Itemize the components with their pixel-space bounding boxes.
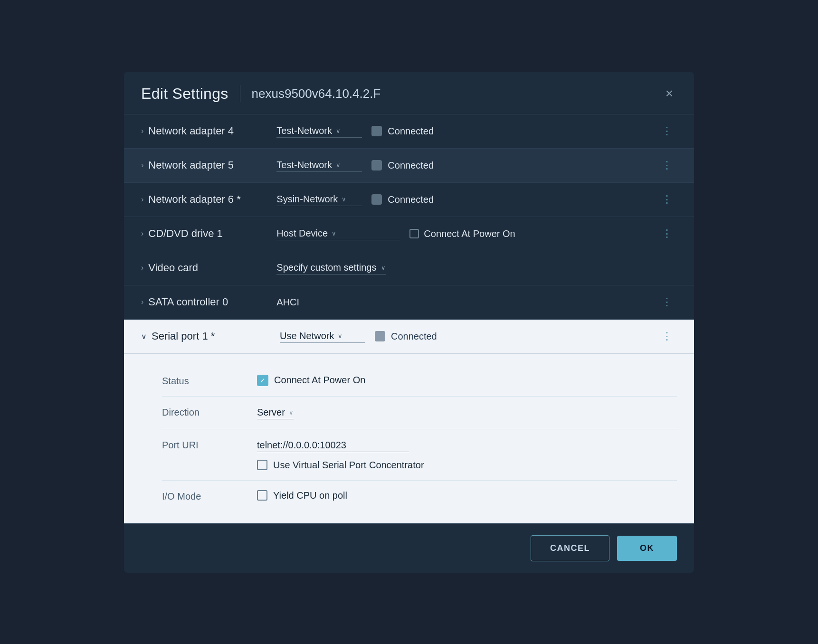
chevron-down-icon: ∨ — [338, 332, 342, 340]
serial-port-1-row[interactable]: ∨ Serial port 1 * Use Network ∨ Connecte… — [124, 320, 694, 354]
adapter-name: Network adapter 5 — [148, 159, 262, 171]
status-text: Connected — [388, 160, 434, 171]
status-dot — [371, 126, 382, 136]
row-controls: Host Device ∨ Connect At Power On — [276, 227, 658, 240]
more-options-button[interactable]: ⋮ — [658, 328, 677, 344]
chevron-down-icon: ∨ — [336, 127, 341, 134]
video-card-row[interactable]: › Video card Specify custom settings ∨ — [124, 251, 694, 285]
cddvd-drive-1-row[interactable]: › CD/DVD drive 1 Host Device ∨ Connect A… — [124, 217, 694, 251]
io-mode-detail-row: I/O Mode Yield CPU on poll — [162, 481, 677, 511]
io-mode-label: I/O Mode — [162, 490, 257, 502]
adapter-name: CD/DVD drive 1 — [148, 227, 262, 240]
settings-value: Specify custom settings — [276, 262, 376, 273]
row-controls: Specify custom settings ∨ — [276, 261, 677, 275]
status-dot — [371, 194, 382, 205]
connect-power-checkbox[interactable] — [409, 229, 419, 238]
more-options-button[interactable]: ⋮ — [658, 294, 677, 310]
io-mode-value: Yield CPU on poll — [257, 490, 347, 501]
status-indicator: Connected — [371, 160, 434, 171]
expand-chevron: › — [141, 298, 143, 306]
status-detail-row: Status ✓ Connect At Power On — [162, 365, 677, 397]
network-adapter-6-row[interactable]: › Network adapter 6 * Sysin-Network ∨ Co… — [124, 183, 694, 217]
use-network-select[interactable]: Use Network ∨ — [280, 330, 365, 343]
sata-controller-0-row[interactable]: › SATA controller 0 AHCI ⋮ — [124, 285, 694, 320]
row-controls: Sysin-Network ∨ Connected — [276, 193, 658, 206]
adapter-name: Network adapter 4 — [148, 125, 262, 137]
connect-power-label: Connect At Power On — [424, 228, 515, 239]
connect-at-power-on: Connect At Power On — [409, 228, 515, 239]
network-value: Use Network — [280, 331, 334, 341]
direction-label: Direction — [162, 406, 257, 418]
status-text: Connected — [391, 331, 437, 342]
cancel-button[interactable]: CANCEL — [531, 535, 609, 561]
checkmark-icon: ✓ — [260, 377, 266, 384]
status-label: Status — [162, 375, 257, 387]
row-controls: AHCI — [276, 297, 658, 308]
sata-value: AHCI — [276, 297, 299, 308]
serial-port-1-section: ∨ Serial port 1 * Use Network ∨ Connecte… — [124, 320, 694, 523]
direction-detail-row: Direction Server ∨ — [162, 397, 677, 429]
network-adapter-4-row[interactable]: › Network adapter 4 Test-Network ∨ Conne… — [124, 114, 694, 149]
dialog-footer: CANCEL OK — [124, 523, 694, 573]
edit-settings-dialog: Edit Settings nexus9500v64.10.4.2.F × › … — [124, 72, 694, 573]
chevron-down-icon: ∨ — [336, 161, 341, 169]
row-controls: Test-Network ∨ Connected — [276, 124, 658, 138]
expand-chevron: › — [141, 264, 143, 272]
dialog-body: › Network adapter 4 Test-Network ∨ Conne… — [124, 114, 694, 523]
virtual-concentrator-label: Use Virtual Serial Port Concentrator — [273, 460, 424, 471]
status-indicator: Connected — [375, 331, 437, 342]
port-uri-input[interactable] — [257, 439, 409, 452]
network-value: Test-Network — [276, 160, 332, 170]
chevron-down-icon: ∨ — [342, 196, 346, 203]
adapter-name: Video card — [148, 262, 262, 274]
title-divider — [240, 85, 240, 102]
adapter-name: SATA controller 0 — [148, 296, 262, 308]
status-text: Connected — [388, 194, 434, 205]
more-options-button[interactable]: ⋮ — [658, 226, 677, 242]
ok-button[interactable]: OK — [617, 536, 677, 561]
row-controls: Use Network ∨ Connected — [280, 330, 658, 343]
serial-port-1-details: Status ✓ Connect At Power On Direction S… — [124, 354, 694, 523]
status-dot — [371, 160, 382, 170]
chevron-down-icon: ∨ — [381, 264, 386, 271]
close-button[interactable]: × — [662, 85, 677, 102]
dialog-header: Edit Settings nexus9500v64.10.4.2.F × — [124, 72, 694, 114]
device-value: Host Device — [276, 228, 328, 239]
virtual-concentrator-checkbox[interactable] — [257, 460, 267, 470]
yield-cpu-checkbox[interactable] — [257, 490, 267, 501]
expand-chevron: › — [141, 229, 143, 238]
adapter-name: Network adapter 6 * — [148, 193, 262, 206]
network-select[interactable]: Test-Network ∨ — [276, 159, 362, 172]
connect-power-label: Connect At Power On — [274, 375, 365, 386]
dialog-title: Edit Settings — [141, 85, 228, 103]
direction-value: Server ∨ — [257, 406, 294, 419]
network-adapter-5-row[interactable]: › Network adapter 5 Test-Network ∨ Conne… — [124, 149, 694, 183]
row-controls: Test-Network ∨ Connected — [276, 159, 658, 172]
expand-chevron: › — [141, 195, 143, 204]
connect-power-checkbox-checked[interactable]: ✓ — [257, 375, 268, 386]
adapter-name: Serial port 1 * — [152, 330, 266, 342]
more-options-button[interactable]: ⋮ — [658, 191, 677, 208]
more-options-button[interactable]: ⋮ — [658, 123, 677, 139]
status-text: Connected — [388, 126, 434, 137]
chevron-down-icon: ∨ — [332, 230, 336, 237]
custom-settings-select[interactable]: Specify custom settings ∨ — [276, 261, 386, 275]
chevron-down-icon: ∨ — [289, 409, 294, 416]
status-value: ✓ Connect At Power On — [257, 375, 365, 386]
network-select[interactable]: Sysin-Network ∨ — [276, 193, 362, 206]
network-value: Sysin-Network — [276, 194, 338, 205]
direction-select[interactable]: Server ∨ — [257, 406, 294, 419]
network-value: Test-Network — [276, 125, 332, 136]
network-select[interactable]: Test-Network ∨ — [276, 124, 362, 138]
port-uri-value-container: Use Virtual Serial Port Concentrator — [257, 439, 424, 471]
yield-cpu-label: Yield CPU on poll — [273, 490, 347, 501]
status-indicator: Connected — [371, 126, 434, 137]
port-uri-detail-row: Port URI Use Virtual Serial Port Concent… — [162, 429, 677, 481]
collapse-chevron: ∨ — [141, 332, 147, 341]
host-device-select[interactable]: Host Device ∨ — [276, 227, 400, 240]
status-dot — [375, 331, 385, 341]
expand-chevron: › — [141, 127, 143, 135]
more-options-button[interactable]: ⋮ — [658, 157, 677, 173]
expand-chevron: › — [141, 161, 143, 170]
port-uri-label: Port URI — [162, 439, 257, 451]
